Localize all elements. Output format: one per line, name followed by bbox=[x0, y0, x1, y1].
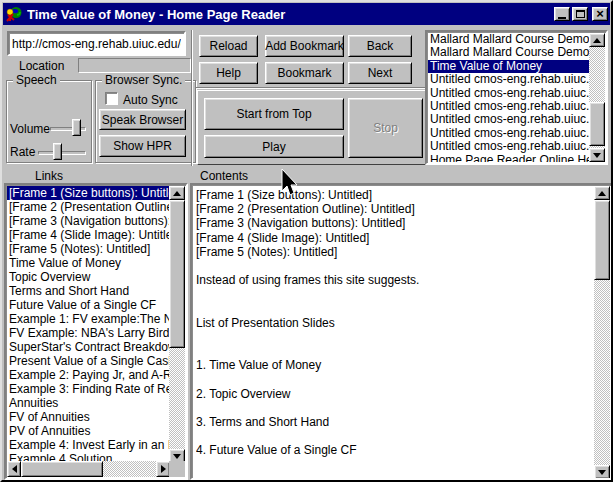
scroll-down-button[interactable] bbox=[594, 465, 610, 479]
links-vscrollbar[interactable] bbox=[169, 186, 185, 463]
link-list-item[interactable]: [Frame 4 (Slide Image): Untitled] bbox=[7, 228, 169, 242]
page-list-item[interactable]: Untitled cmos-eng.rehab.uiuc.edu bbox=[428, 113, 589, 126]
link-list-item[interactable]: [Frame 3 (Navigation buttons): Un bbox=[7, 214, 169, 228]
contents-line bbox=[196, 344, 590, 358]
arrow-down-icon bbox=[593, 153, 601, 158]
scroll-right-button[interactable] bbox=[156, 461, 170, 477]
page-list-item[interactable]: Home Page Reader Online Help bbox=[428, 154, 589, 162]
links-listbox: [Frame 1 (Size buttons): Untitled][Frame… bbox=[4, 183, 188, 480]
play-button[interactable]: Play bbox=[204, 135, 344, 158]
contents-line bbox=[196, 287, 590, 301]
page-list-item[interactable]: Mallard Mallard Course Demo - Ti bbox=[428, 33, 589, 46]
contents-line: [Frame 5 (Notes): Untitled] bbox=[196, 245, 590, 259]
arrow-up-icon bbox=[598, 191, 606, 196]
contents-line: [Frame 1 (Size buttons): Untitled] bbox=[196, 188, 590, 202]
contents-line bbox=[196, 372, 590, 386]
vertical-separator bbox=[191, 30, 193, 166]
arrow-down-icon bbox=[598, 470, 606, 475]
start-from-top-button[interactable]: Start from Top bbox=[204, 98, 344, 130]
home-page-reader-window: Time Value of Money - Home Page Reader ×… bbox=[0, 0, 613, 482]
link-list-item[interactable]: FV of Annuities bbox=[7, 410, 169, 424]
rate-label: Rate bbox=[10, 145, 35, 159]
next-button[interactable]: Next bbox=[348, 62, 412, 84]
speak-browser-button[interactable]: Speak Browser bbox=[99, 109, 186, 130]
page-list-item[interactable]: Untitled cmos-eng.rehab.uiuc.edu bbox=[428, 100, 589, 113]
link-list-item[interactable]: Example 2: Paying Jr, and A-Rod bbox=[7, 368, 169, 382]
minimize-button[interactable] bbox=[554, 7, 570, 21]
contents-line: [Frame 4 (Slide Image): Untitled] bbox=[196, 231, 590, 245]
link-list-item[interactable]: Future Value of a Single CF bbox=[7, 298, 169, 312]
link-list-item[interactable]: Example 4 Solution bbox=[7, 452, 169, 461]
contents-scrollbar[interactable] bbox=[594, 186, 610, 479]
playback-panel: Start from Top Stop Play bbox=[197, 90, 428, 165]
link-list-item[interactable]: Example 1: FV example:The NBA bbox=[7, 312, 169, 326]
speech-legend: Speech bbox=[13, 73, 60, 87]
scroll-up-button[interactable] bbox=[589, 33, 605, 47]
scrollbar-corner bbox=[169, 461, 185, 477]
page-list-item[interactable]: Untitled cmos-eng.rehab.uiuc.edu bbox=[428, 73, 589, 86]
reload-button[interactable]: Reload bbox=[199, 35, 258, 57]
scrollbar-thumb[interactable] bbox=[589, 102, 605, 146]
link-list-item[interactable]: [Frame 5 (Notes): Untitled] bbox=[7, 242, 169, 256]
maximize-button[interactable] bbox=[572, 7, 588, 21]
contents-line bbox=[196, 401, 590, 415]
contents-label: Contents bbox=[200, 169, 248, 183]
link-list-item[interactable]: Time Value of Money bbox=[7, 256, 169, 270]
app-icon bbox=[5, 6, 23, 22]
contents-line: List of Presentation Slides bbox=[196, 316, 590, 330]
show-hpr-button[interactable]: Show HPR bbox=[99, 135, 186, 157]
add-bookmark-button[interactable]: Add Bookmark bbox=[265, 35, 344, 57]
scrollbar-thumb[interactable] bbox=[594, 200, 610, 280]
contents-line: [Frame 3 (Navigation buttons): Untitled] bbox=[196, 216, 590, 230]
contents-text: [Frame 1 (Size buttons): Untitled][Frame… bbox=[196, 188, 590, 476]
link-list-item[interactable]: FV Example: NBA's Larry Bird Ex bbox=[7, 326, 169, 340]
link-list-item[interactable]: Terms and Short Hand bbox=[7, 284, 169, 298]
link-list-item[interactable]: SuperStar's Contract Breakdown bbox=[7, 340, 169, 354]
scroll-down-button[interactable] bbox=[589, 148, 605, 162]
page-list-item[interactable]: Mallard Mallard Course Demo - S bbox=[428, 46, 589, 59]
link-list-item[interactable]: Annuities bbox=[7, 396, 169, 410]
scrollbar-thumb[interactable] bbox=[21, 461, 103, 477]
stop-button[interactable]: Stop bbox=[348, 98, 423, 158]
link-list-item[interactable]: [Frame 2 (Presentation Outline): U bbox=[7, 200, 169, 214]
scroll-up-button[interactable] bbox=[169, 186, 185, 200]
title-bar[interactable]: Time Value of Money - Home Page Reader × bbox=[3, 3, 610, 25]
contents-line: 1. Time Value of Money bbox=[196, 358, 590, 372]
close-icon: × bbox=[596, 9, 604, 19]
help-button[interactable]: Help bbox=[199, 62, 258, 84]
scroll-up-button[interactable] bbox=[594, 186, 610, 200]
scrollbar-thumb[interactable] bbox=[169, 200, 185, 348]
links-label: Links bbox=[35, 169, 63, 183]
links-hscrollbar[interactable] bbox=[7, 461, 170, 477]
browser-sync-legend: Browser Sync. bbox=[102, 73, 185, 87]
location-field[interactable] bbox=[78, 58, 191, 73]
url-input[interactable] bbox=[7, 31, 186, 56]
volume-slider-thumb[interactable] bbox=[72, 119, 81, 136]
contents-line: Instead of using frames this site sugges… bbox=[196, 273, 590, 287]
link-list-item[interactable]: PV of Annuities bbox=[7, 424, 169, 438]
link-list-item[interactable]: [Frame 1 (Size buttons): Untitled] bbox=[7, 186, 169, 200]
page-list-item[interactable]: Time Value of Money bbox=[428, 60, 589, 73]
scroll-left-button[interactable] bbox=[7, 461, 21, 477]
arrow-right-icon bbox=[161, 465, 166, 473]
page-list-item[interactable]: Untitled cmos-eng.rehab.uiuc.edu bbox=[428, 87, 589, 100]
browser-sync-group: Browser Sync. Auto Sync Speak Browser Sh… bbox=[95, 80, 196, 163]
arrow-up-icon bbox=[593, 38, 601, 43]
bookmark-button[interactable]: Bookmark bbox=[265, 62, 344, 84]
link-list-item[interactable]: Topic Overview bbox=[7, 270, 169, 284]
pages-scrollbar[interactable] bbox=[589, 33, 605, 162]
arrow-down-icon bbox=[173, 454, 181, 459]
auto-sync-checkbox[interactable] bbox=[105, 92, 118, 105]
maximize-icon bbox=[576, 10, 585, 18]
page-list-item[interactable]: Untitled cmos-eng.rehab.uiuc.edu bbox=[428, 140, 589, 153]
page-list-item[interactable]: Untitled cmos-eng.rehab.uiuc.edu bbox=[428, 127, 589, 140]
contents-line bbox=[196, 302, 590, 316]
close-button[interactable]: × bbox=[592, 7, 608, 21]
rate-slider-thumb[interactable] bbox=[53, 143, 62, 160]
link-list-item[interactable]: Example 4: Invest Early in an IRA bbox=[7, 438, 169, 452]
contents-line bbox=[196, 429, 590, 443]
back-button[interactable]: Back bbox=[348, 35, 412, 57]
link-list-item[interactable]: Present Value of a Single Cash F bbox=[7, 354, 169, 368]
rate-slider-track[interactable] bbox=[38, 151, 86, 155]
link-list-item[interactable]: Example 3: Finding Rate of Return bbox=[7, 382, 169, 396]
